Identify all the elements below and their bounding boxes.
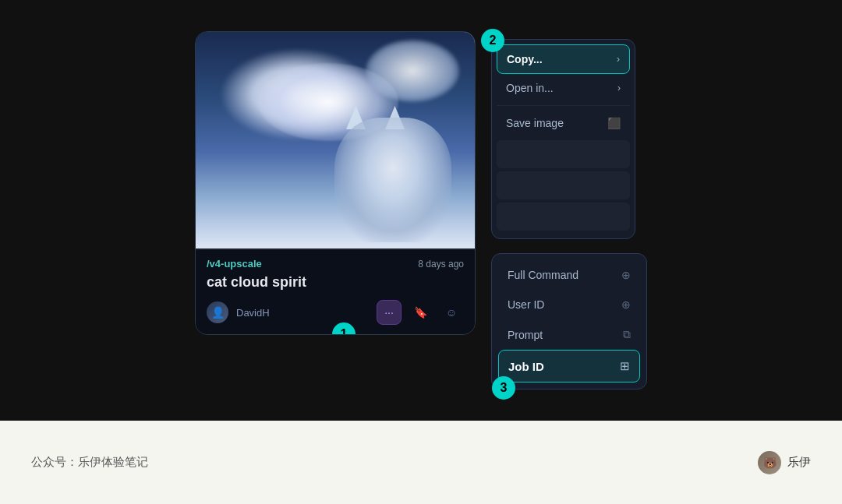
blank-row-2 [497,171,630,199]
bottom-right: 🐻 乐伊 [758,451,811,474]
bottom-left-text: 公众号：乐伊体验笔记 [31,455,148,470]
rp-prompt-label: Prompt [508,329,543,341]
avatar-name: DavidH [236,307,270,319]
rp-user-id-label: User ID [508,298,544,311]
image-card: /v4-upscale 8 days ago cat cloud spirit … [195,31,476,335]
outer-container: /v4-upscale 8 days ago cat cloud spirit … [0,0,842,504]
copy-item-label: Copy... [507,53,543,65]
actions-right: ··· 🔖 ☺ [377,300,464,325]
main-area: /v4-upscale 8 days ago cat cloud spirit … [0,0,842,421]
more-options-button[interactable]: ··· [377,300,402,325]
copy-menu: 2 Copy... › Open in... › Save image [491,39,635,239]
card-time: 8 days ago [418,259,464,270]
copy-menu-item-open[interactable]: Open in... › [497,74,630,102]
menu-blank-rows [497,140,630,231]
rp-prompt[interactable]: Prompt ⧉ [498,319,640,350]
save-icon: ⬛ [607,117,621,129]
open-arrow-icon: › [617,83,621,93]
annotation-3: 3 [492,376,515,400]
card-title: cat cloud spirit [207,274,464,291]
menus-col: 2 Copy... › Open in... › Save image [491,31,647,389]
user-avatar: 🐻 [758,451,781,474]
rp-full-command-icon: ⊕ [621,269,631,281]
rp-user-id[interactable]: User ID ⊕ [498,290,640,319]
open-item-label: Open in... [506,82,554,94]
card-info: /v4-upscale 8 days ago cat cloud spirit … [196,248,475,334]
copy-menu-item-copy[interactable]: Copy... › [497,44,630,74]
rp-job-id-label: Job ID [508,360,544,373]
save-image-item[interactable]: Save image ⬛ [497,109,630,137]
avatar: 👤 [207,301,228,323]
rp-full-command[interactable]: Full Command ⊕ [498,260,640,290]
blank-row-1 [497,140,630,168]
copy-arrow-icon: › [617,54,620,65]
user-avatar-emoji: 🐻 [763,456,777,469]
rp-job-id-icon: ⊞ [620,359,630,373]
card-actions: 👤 DavidH ··· 🔖 ☺ [207,300,464,325]
annotation-2: 2 [481,29,504,52]
blank-row-3 [497,203,630,231]
right-panel: Full Command ⊕ User ID ⊕ Prompt ⧉ Job ID… [491,253,647,389]
bookmark-button[interactable]: 🔖 [408,300,433,325]
rp-prompt-icon: ⧉ [623,328,631,341]
user-display-name: 乐伊 [787,455,811,470]
emoji-button[interactable]: ☺ [439,300,464,325]
menu-divider [497,105,630,106]
content-wrapper: /v4-upscale 8 days ago cat cloud spirit … [195,31,647,389]
card-image [196,32,475,250]
card-meta: /v4-upscale 8 days ago [207,258,464,270]
bottom-bar: 公众号：乐伊体验笔记 🐻 乐伊 [0,421,842,504]
save-item-label: Save image [506,117,564,129]
rp-user-id-icon: ⊕ [621,298,631,311]
card-command: /v4-upscale [207,258,262,270]
rp-full-command-label: Full Command [508,269,578,281]
rp-job-id[interactable]: Job ID ⊞ [498,350,640,382]
